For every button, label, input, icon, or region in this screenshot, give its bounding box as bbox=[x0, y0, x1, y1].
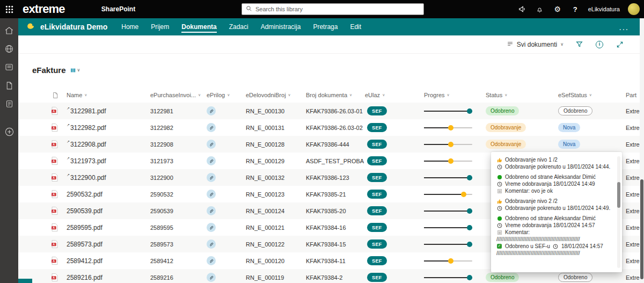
product-name: SharePoint bbox=[101, 5, 135, 13]
file-name-link[interactable]: 2590532.pdf bbox=[67, 186, 103, 202]
column-header-name[interactable]: Name∨ bbox=[67, 92, 87, 98]
progress-slider[interactable] bbox=[424, 169, 472, 186]
progress-slider[interactable] bbox=[424, 202, 472, 219]
eulaz-badge: SEF bbox=[367, 140, 387, 149]
info-icon[interactable]: i bbox=[595, 40, 604, 49]
home-icon[interactable] bbox=[4, 25, 14, 36]
nav-item-dokumenta[interactable]: Dokumenta bbox=[181, 19, 216, 35]
attachment-icon[interactable] bbox=[207, 236, 216, 252]
attachment-icon[interactable] bbox=[207, 136, 216, 153]
delovodni-broj-value: RN_E_000132 bbox=[246, 169, 284, 186]
attachment-icon[interactable] bbox=[207, 252, 216, 269]
attachment-icon[interactable] bbox=[207, 169, 216, 186]
account-avatar[interactable] bbox=[628, 3, 640, 15]
annotation-mark: ↗ bbox=[67, 140, 70, 144]
column-header-progres[interactable]: Progres∨ bbox=[424, 92, 450, 98]
file-name-link[interactable]: ↗3121973.pdf bbox=[67, 153, 106, 169]
progress-thumb[interactable] bbox=[467, 108, 472, 114]
progress-thumb[interactable] bbox=[448, 142, 453, 147]
progress-thumb[interactable] bbox=[448, 258, 453, 264]
progress-slider[interactable] bbox=[424, 269, 472, 283]
file-name-link[interactable]: ↗3122981.pdf bbox=[67, 103, 106, 119]
site-title[interactable]: eLikvidatura Demo bbox=[40, 23, 107, 31]
page-scrollbar[interactable] bbox=[640, 18, 644, 283]
file-name-link[interactable]: ↗3122900.pdf bbox=[67, 169, 106, 186]
progress-thumb[interactable] bbox=[467, 175, 472, 180]
eulaz-badge: SEF bbox=[367, 273, 387, 282]
notifications-bell-icon[interactable] bbox=[535, 4, 545, 14]
attachment-icon[interactable] bbox=[207, 103, 216, 119]
column-header-part[interactable]: Part bbox=[626, 92, 636, 98]
progress-slider[interactable] bbox=[424, 186, 472, 202]
progress-slider[interactable] bbox=[424, 252, 472, 269]
attachment-icon[interactable] bbox=[207, 219, 216, 236]
attachment-icon[interactable] bbox=[207, 269, 216, 283]
nav-item-prijem[interactable]: Prijem bbox=[151, 19, 169, 35]
sites-globe-icon[interactable] bbox=[4, 43, 14, 54]
site-logo[interactable] bbox=[26, 22, 35, 32]
file-name-link[interactable]: ↗3122908.pdf bbox=[67, 136, 106, 153]
attachment-icon[interactable] bbox=[207, 153, 216, 169]
expand-icon[interactable] bbox=[615, 40, 625, 49]
nav-item-zadaci[interactable]: Zadaci bbox=[229, 19, 248, 35]
help-icon[interactable]: ? bbox=[570, 4, 580, 14]
create-plus-icon[interactable] bbox=[4, 126, 14, 137]
view-selector[interactable]: Svi dokumenti ∨ bbox=[507, 40, 564, 49]
progress-thumb[interactable] bbox=[467, 208, 472, 214]
settings-gear-icon[interactable]: ⚙ bbox=[553, 4, 562, 14]
progress-thumb[interactable] bbox=[448, 125, 453, 130]
column-header-prilog[interactable]: ePrilog∨ bbox=[207, 92, 230, 98]
partner-value: Extre bbox=[626, 236, 640, 252]
progress-thumb[interactable] bbox=[467, 225, 472, 230]
view-toggle-button[interactable]: ∨ bbox=[70, 67, 80, 74]
progress-slider[interactable] bbox=[424, 236, 472, 252]
file-name-link[interactable]: ↗3122982.pdf bbox=[67, 119, 106, 136]
file-type-column-icon[interactable] bbox=[53, 92, 58, 100]
progress-thumb[interactable] bbox=[461, 192, 466, 197]
file-name-link[interactable]: 2589216.pdf bbox=[67, 269, 103, 283]
column-header-broj[interactable]: Broj dokumenta∨ bbox=[306, 92, 352, 98]
progress-slider[interactable] bbox=[424, 219, 472, 236]
progress-slider[interactable] bbox=[424, 103, 472, 119]
tooltip-scrollbar[interactable] bbox=[617, 156, 620, 268]
file-name-link[interactable]: 2589595.pdf bbox=[67, 219, 103, 236]
nav-item-administracija[interactable]: Administracija bbox=[261, 19, 301, 35]
progress-thumb[interactable] bbox=[467, 275, 472, 280]
progress-slider[interactable] bbox=[424, 136, 472, 153]
column-header-purchase[interactable]: ePurchaseInvoi...∨ bbox=[150, 92, 201, 98]
app-launcher-icon[interactable] bbox=[0, 0, 18, 18]
progress-thumb[interactable] bbox=[467, 242, 472, 247]
nav-item-pretraga[interactable]: Pretraga bbox=[313, 19, 338, 35]
search-input[interactable] bbox=[255, 6, 420, 12]
tooltip-scrollbar-thumb[interactable] bbox=[617, 182, 620, 208]
documents-icon[interactable] bbox=[4, 80, 14, 91]
nav-item-edit[interactable]: Edit bbox=[350, 19, 361, 35]
announcements-icon[interactable] bbox=[517, 4, 527, 14]
filter-icon[interactable] bbox=[574, 40, 584, 49]
column-header-sef[interactable]: eSefStatus∨ bbox=[558, 92, 592, 98]
search-box[interactable] bbox=[241, 3, 424, 15]
attachment-icon[interactable] bbox=[207, 186, 216, 202]
nav-overflow-button[interactable]: ... bbox=[619, 23, 629, 32]
nav-item-home[interactable]: Home bbox=[121, 19, 138, 35]
file-name-link[interactable]: 2590539.pdf bbox=[67, 202, 103, 219]
purchase-invoice-value: 2589216 bbox=[150, 269, 173, 283]
column-header-delovodni[interactable]: eDelovodniBroj∨ bbox=[246, 92, 291, 98]
progress-thumb[interactable] bbox=[448, 158, 453, 164]
suite-nav: HomePrijemDokumentaZadaciAdministracijaP… bbox=[121, 19, 361, 35]
table-row[interactable]: A↗3122908.pdf3122908RN_E_000128KFAK79386… bbox=[18, 136, 644, 153]
table-row[interactable]: A↗3122981.pdf3122981RN_E_000130KFAK79386… bbox=[18, 103, 644, 119]
file-name-link[interactable]: 2589412.pdf bbox=[67, 252, 103, 269]
column-header-status[interactable]: Status∨ bbox=[486, 92, 507, 98]
lists-icon[interactable] bbox=[4, 98, 14, 109]
attachment-icon[interactable] bbox=[207, 119, 216, 136]
table-row[interactable]: A↗3122982.pdf3122982RN_E_000131KFAK79386… bbox=[18, 119, 644, 136]
news-icon[interactable] bbox=[4, 62, 14, 72]
file-name-link[interactable]: 2589573.pdf bbox=[67, 236, 103, 252]
page-scrollbar-thumb[interactable] bbox=[640, 179, 643, 279]
progress-slider[interactable] bbox=[424, 119, 472, 136]
partner-value: Extre bbox=[626, 136, 640, 153]
progress-slider[interactable] bbox=[424, 153, 472, 169]
column-header-eulaz[interactable]: eUlaz∨ bbox=[365, 92, 385, 98]
attachment-icon[interactable] bbox=[207, 202, 216, 219]
